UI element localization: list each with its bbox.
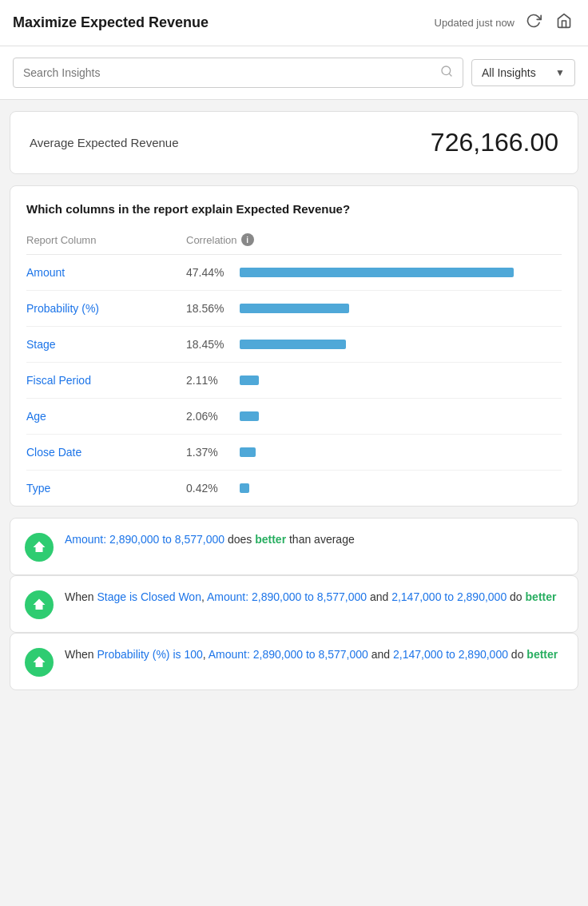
insight-icon — [25, 533, 54, 562]
insight-card: When Stage is Closed Won, Amount: 2,890,… — [10, 575, 578, 633]
insight-plain-text: , — [203, 648, 209, 661]
row-percent: 18.45% — [186, 338, 230, 351]
insight-plain-text: , — [201, 590, 207, 603]
row-stats: 18.56% — [186, 302, 562, 315]
insight-card: When Probability (%) is 100, Amount: 2,8… — [10, 633, 578, 690]
insight-plain-text: and — [367, 590, 391, 603]
insight-link[interactable]: 2,147,000 to 2,890,000 — [391, 590, 507, 603]
search-area: All Insights ▼ — [0, 46, 588, 100]
row-percent: 2.11% — [186, 374, 230, 387]
insight-card-inner: When Stage is Closed Won, Amount: 2,890,… — [10, 576, 578, 632]
insight-link[interactable]: 2,147,000 to 2,890,000 — [393, 648, 508, 661]
insight-cards-container: Amount: 2,890,000 to 8,577,000 does bett… — [10, 518, 578, 690]
insight-plain-text: do — [507, 590, 525, 603]
insight-better: better — [526, 590, 557, 603]
svg-line-1 — [449, 74, 451, 76]
col-report-header: Report Column — [26, 234, 186, 246]
row-percent: 0.42% — [186, 482, 230, 495]
search-icon — [440, 65, 453, 81]
refresh-button[interactable] — [522, 11, 545, 34]
table-row: Type0.42% — [26, 471, 562, 506]
arrow-up-icon — [32, 598, 46, 612]
info-icon[interactable]: i — [241, 233, 254, 246]
app-header: Maximize Expected Revenue Updated just n… — [0, 0, 588, 46]
bar-fill — [240, 340, 346, 349]
page-title: Maximize Expected Revenue — [13, 14, 209, 31]
row-stats: 47.44% — [186, 266, 562, 279]
bar-fill — [240, 483, 249, 493]
bar-fill — [240, 411, 259, 421]
insight-plain-text: than average — [286, 533, 355, 546]
insight-text: When Probability (%) is 100, Amount: 2,8… — [65, 646, 558, 663]
row-name[interactable]: Fiscal Period — [26, 374, 186, 387]
bar-fill — [240, 304, 349, 313]
bar-container — [240, 447, 562, 457]
updated-label: Updated just now — [435, 17, 514, 29]
row-name[interactable]: Type — [26, 482, 186, 495]
avg-revenue-label: Average Expected Revenue — [30, 136, 179, 149]
row-name[interactable]: Stage — [26, 338, 186, 351]
insight-icon — [25, 590, 54, 619]
insight-link[interactable]: Amount: 2,890,000 to 8,577,000 — [65, 533, 224, 546]
row-stats: 18.45% — [186, 338, 562, 351]
insight-better: better — [526, 648, 558, 661]
table-header: Report Column Correlation i — [26, 228, 562, 255]
bar-container — [240, 483, 562, 493]
row-name[interactable]: Close Date — [26, 446, 186, 459]
row-stats: 1.37% — [186, 446, 562, 459]
header-actions: Updated just now — [435, 11, 575, 34]
table-row: Probability (%)18.56% — [26, 291, 562, 327]
home-button[interactable] — [553, 11, 575, 34]
bar-fill — [240, 268, 514, 277]
avg-revenue-content: Average Expected Revenue 726,166.00 — [10, 112, 578, 173]
filter-label: All Insights — [482, 66, 536, 79]
insight-better: better — [255, 533, 286, 546]
insight-plain-text: When — [65, 590, 97, 603]
insight-text: When Stage is Closed Won, Amount: 2,890,… — [65, 589, 556, 606]
insight-plain-text: does — [224, 533, 255, 546]
row-percent: 47.44% — [186, 266, 230, 279]
table-row: Close Date1.37% — [26, 435, 562, 471]
row-percent: 1.37% — [186, 446, 230, 459]
insight-link[interactable]: Stage is Closed Won — [97, 590, 201, 603]
refresh-icon — [526, 13, 542, 29]
arrow-up-icon — [32, 655, 46, 670]
insight-text: Amount: 2,890,000 to 8,577,000 does bett… — [65, 531, 355, 548]
search-wrapper[interactable] — [13, 58, 463, 88]
insight-link[interactable]: Amount: 2,890,000 to 8,577,000 — [209, 648, 368, 661]
row-name[interactable]: Amount — [26, 266, 186, 279]
correlation-content: Which columns in the report explain Expe… — [10, 186, 578, 506]
table-row: Age2.06% — [26, 399, 562, 435]
chevron-down-icon: ▼ — [555, 67, 565, 78]
correlation-title: Which columns in the report explain Expe… — [26, 202, 562, 216]
insight-link[interactable]: Amount: 2,890,000 to 8,577,000 — [207, 590, 367, 603]
insight-plain-text: When — [65, 648, 97, 661]
insight-icon — [25, 648, 54, 677]
col-correlation-header: Correlation i — [186, 233, 562, 246]
correlation-rows: Amount47.44%Probability (%)18.56%Stage18… — [26, 255, 562, 506]
filter-dropdown[interactable]: All Insights ▼ — [471, 59, 575, 86]
insight-card-inner: When Probability (%) is 100, Amount: 2,8… — [10, 634, 578, 689]
row-name[interactable]: Probability (%) — [26, 302, 186, 315]
row-name[interactable]: Age — [26, 410, 186, 423]
insight-plain-text: and — [368, 648, 393, 661]
bar-container — [240, 304, 562, 313]
avg-revenue-value: 726,166.00 — [431, 128, 558, 157]
bar-fill — [240, 376, 259, 385]
bar-container — [240, 376, 562, 385]
table-row: Stage18.45% — [26, 327, 562, 363]
insight-card-inner: Amount: 2,890,000 to 8,577,000 does bett… — [10, 519, 578, 574]
arrow-up-icon — [32, 540, 46, 554]
bar-container — [240, 268, 562, 277]
home-icon — [556, 13, 572, 29]
row-percent: 18.56% — [186, 302, 230, 315]
insight-link[interactable]: Probability (%) is 100 — [97, 648, 202, 661]
bar-container — [240, 411, 562, 421]
row-percent: 2.06% — [186, 410, 230, 423]
insight-plain-text: do — [508, 648, 526, 661]
insight-card: Amount: 2,890,000 to 8,577,000 does bett… — [10, 518, 578, 575]
row-stats: 0.42% — [186, 482, 562, 495]
bar-fill — [240, 447, 256, 457]
row-stats: 2.06% — [186, 410, 562, 423]
search-input[interactable] — [23, 66, 434, 79]
